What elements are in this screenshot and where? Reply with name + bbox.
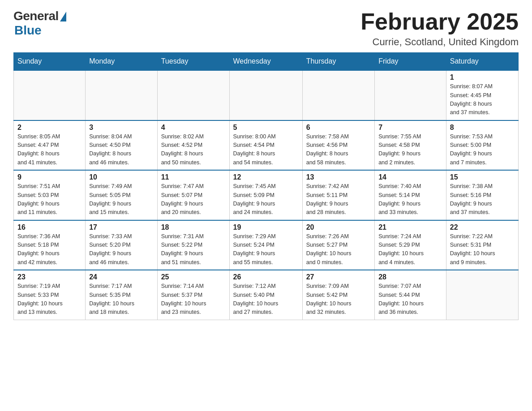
day-info: Sunrise: 7:24 AMSunset: 5:29 PMDaylight:…	[378, 232, 442, 267]
day-number: 6	[306, 124, 371, 132]
day-number: 5	[233, 124, 299, 132]
calendar-day-cell	[14, 70, 86, 120]
calendar-day-cell	[446, 270, 518, 320]
day-info: Sunrise: 7:22 AMSunset: 5:31 PMDaylight:…	[450, 232, 515, 267]
day-number: 23	[17, 273, 82, 281]
calendar-day-cell: 17Sunrise: 7:33 AMSunset: 5:20 PMDayligh…	[86, 220, 157, 270]
day-info: Sunrise: 7:07 AMSunset: 5:44 PMDaylight:…	[378, 282, 442, 317]
day-number: 19	[233, 223, 299, 231]
calendar-day-cell: 22Sunrise: 7:22 AMSunset: 5:31 PMDayligh…	[446, 220, 518, 270]
day-number: 7	[378, 124, 442, 132]
day-number: 3	[89, 124, 153, 132]
calendar-day-cell: 13Sunrise: 7:42 AMSunset: 5:11 PMDayligh…	[302, 170, 374, 220]
day-info: Sunrise: 7:42 AMSunset: 5:11 PMDaylight:…	[306, 182, 371, 217]
day-info: Sunrise: 8:04 AMSunset: 4:50 PMDaylight:…	[89, 133, 153, 167]
calendar-day-cell: 25Sunrise: 7:14 AMSunset: 5:37 PMDayligh…	[157, 270, 229, 320]
calendar-week-row: 9Sunrise: 7:51 AMSunset: 5:03 PMDaylight…	[14, 170, 519, 220]
calendar-day-cell: 20Sunrise: 7:26 AMSunset: 5:27 PMDayligh…	[302, 220, 374, 270]
day-number: 8	[450, 124, 515, 132]
calendar-day-cell: 26Sunrise: 7:12 AMSunset: 5:40 PMDayligh…	[229, 270, 302, 320]
day-number: 15	[450, 173, 515, 181]
calendar-day-cell: 1Sunrise: 8:07 AMSunset: 4:45 PMDaylight…	[446, 70, 518, 120]
calendar-day-cell: 12Sunrise: 7:45 AMSunset: 5:09 PMDayligh…	[229, 170, 302, 220]
day-info: Sunrise: 7:31 AMSunset: 5:22 PMDaylight:…	[161, 232, 226, 267]
calendar-day-cell: 14Sunrise: 7:40 AMSunset: 5:14 PMDayligh…	[375, 170, 446, 220]
day-number: 14	[378, 173, 442, 181]
calendar-day-cell	[86, 70, 157, 120]
calendar-header-tuesday: Tuesday	[157, 53, 229, 71]
day-number: 17	[89, 223, 153, 231]
day-number: 21	[378, 223, 442, 231]
day-info: Sunrise: 7:26 AMSunset: 5:27 PMDaylight:…	[306, 232, 371, 267]
day-info: Sunrise: 7:40 AMSunset: 5:14 PMDaylight:…	[378, 182, 442, 217]
day-number: 2	[17, 124, 82, 132]
day-info: Sunrise: 7:14 AMSunset: 5:37 PMDaylight:…	[161, 282, 226, 317]
logo: General Blue	[13, 9, 66, 38]
day-number: 26	[233, 273, 299, 281]
location-text: Currie, Scotland, United Kingdom	[360, 36, 519, 48]
day-info: Sunrise: 8:02 AMSunset: 4:52 PMDaylight:…	[161, 133, 226, 167]
day-info: Sunrise: 7:51 AMSunset: 5:03 PMDaylight:…	[17, 182, 82, 217]
day-info: Sunrise: 7:36 AMSunset: 5:18 PMDaylight:…	[17, 232, 82, 267]
day-info: Sunrise: 8:05 AMSunset: 4:47 PMDaylight:…	[17, 133, 82, 167]
day-number: 11	[161, 173, 226, 181]
day-number: 4	[161, 124, 226, 132]
calendar-day-cell: 5Sunrise: 8:00 AMSunset: 4:54 PMDaylight…	[229, 120, 302, 171]
calendar-day-cell: 21Sunrise: 7:24 AMSunset: 5:29 PMDayligh…	[375, 220, 446, 270]
calendar-day-cell: 19Sunrise: 7:29 AMSunset: 5:24 PMDayligh…	[229, 220, 302, 270]
day-number: 1	[450, 73, 515, 81]
day-info: Sunrise: 7:38 AMSunset: 5:16 PMDaylight:…	[450, 182, 515, 217]
logo-blue-text: Blue	[14, 23, 42, 38]
day-info: Sunrise: 7:47 AMSunset: 5:07 PMDaylight:…	[161, 182, 226, 217]
calendar-week-row: 23Sunrise: 7:19 AMSunset: 5:33 PMDayligh…	[14, 270, 519, 320]
calendar-day-cell: 16Sunrise: 7:36 AMSunset: 5:18 PMDayligh…	[14, 220, 86, 270]
day-number: 18	[161, 223, 226, 231]
calendar-day-cell: 23Sunrise: 7:19 AMSunset: 5:33 PMDayligh…	[14, 270, 86, 320]
calendar-header-friday: Friday	[375, 53, 446, 71]
calendar-day-cell: 15Sunrise: 7:38 AMSunset: 5:16 PMDayligh…	[446, 170, 518, 220]
calendar-header-saturday: Saturday	[446, 53, 518, 71]
calendar-table: SundayMondayTuesdayWednesdayThursdayFrid…	[13, 52, 519, 320]
calendar-day-cell	[229, 70, 302, 120]
day-number: 25	[161, 273, 226, 281]
day-info: Sunrise: 7:53 AMSunset: 5:00 PMDaylight:…	[450, 133, 515, 167]
calendar-day-cell	[375, 70, 446, 120]
day-info: Sunrise: 7:29 AMSunset: 5:24 PMDaylight:…	[233, 232, 299, 267]
calendar-day-cell: 18Sunrise: 7:31 AMSunset: 5:22 PMDayligh…	[157, 220, 229, 270]
day-info: Sunrise: 7:55 AMSunset: 4:58 PMDaylight:…	[378, 133, 442, 167]
day-info: Sunrise: 7:17 AMSunset: 5:35 PMDaylight:…	[89, 282, 153, 317]
calendar-day-cell: 11Sunrise: 7:47 AMSunset: 5:07 PMDayligh…	[157, 170, 229, 220]
calendar-day-cell: 3Sunrise: 8:04 AMSunset: 4:50 PMDaylight…	[86, 120, 157, 171]
day-info: Sunrise: 7:19 AMSunset: 5:33 PMDaylight:…	[17, 282, 82, 317]
day-info: Sunrise: 7:45 AMSunset: 5:09 PMDaylight:…	[233, 182, 299, 217]
calendar-day-cell: 4Sunrise: 8:02 AMSunset: 4:52 PMDaylight…	[157, 120, 229, 171]
day-number: 12	[233, 173, 299, 181]
calendar-day-cell: 28Sunrise: 7:07 AMSunset: 5:44 PMDayligh…	[375, 270, 446, 320]
calendar-day-cell	[157, 70, 229, 120]
calendar-day-cell: 8Sunrise: 7:53 AMSunset: 5:00 PMDaylight…	[446, 120, 518, 171]
month-title: February 2025	[360, 9, 519, 34]
calendar-header-sunday: Sunday	[14, 53, 86, 71]
day-info: Sunrise: 7:58 AMSunset: 4:56 PMDaylight:…	[306, 133, 371, 167]
day-number: 22	[450, 223, 515, 231]
calendar-day-cell: 2Sunrise: 8:05 AMSunset: 4:47 PMDaylight…	[14, 120, 86, 171]
page-header: General Blue February 2025 Currie, Scotl…	[13, 9, 519, 48]
calendar-header-row: SundayMondayTuesdayWednesdayThursdayFrid…	[14, 53, 519, 71]
calendar-week-row: 1Sunrise: 8:07 AMSunset: 4:45 PMDaylight…	[14, 70, 519, 120]
calendar-day-cell: 6Sunrise: 7:58 AMSunset: 4:56 PMDaylight…	[302, 120, 374, 171]
calendar-day-cell: 27Sunrise: 7:09 AMSunset: 5:42 PMDayligh…	[302, 270, 374, 320]
calendar-header-thursday: Thursday	[302, 53, 374, 71]
day-number: 10	[89, 173, 153, 181]
day-number: 13	[306, 173, 371, 181]
day-info: Sunrise: 8:00 AMSunset: 4:54 PMDaylight:…	[233, 133, 299, 167]
day-info: Sunrise: 7:49 AMSunset: 5:05 PMDaylight:…	[89, 182, 153, 217]
calendar-day-cell: 10Sunrise: 7:49 AMSunset: 5:05 PMDayligh…	[86, 170, 157, 220]
calendar-week-row: 16Sunrise: 7:36 AMSunset: 5:18 PMDayligh…	[14, 220, 519, 270]
calendar-header-wednesday: Wednesday	[229, 53, 302, 71]
calendar-header-monday: Monday	[86, 53, 157, 71]
day-number: 27	[306, 273, 371, 281]
day-number: 28	[378, 273, 442, 281]
day-number: 20	[306, 223, 371, 231]
day-info: Sunrise: 7:33 AMSunset: 5:20 PMDaylight:…	[89, 232, 153, 267]
day-info: Sunrise: 7:12 AMSunset: 5:40 PMDaylight:…	[233, 282, 299, 317]
